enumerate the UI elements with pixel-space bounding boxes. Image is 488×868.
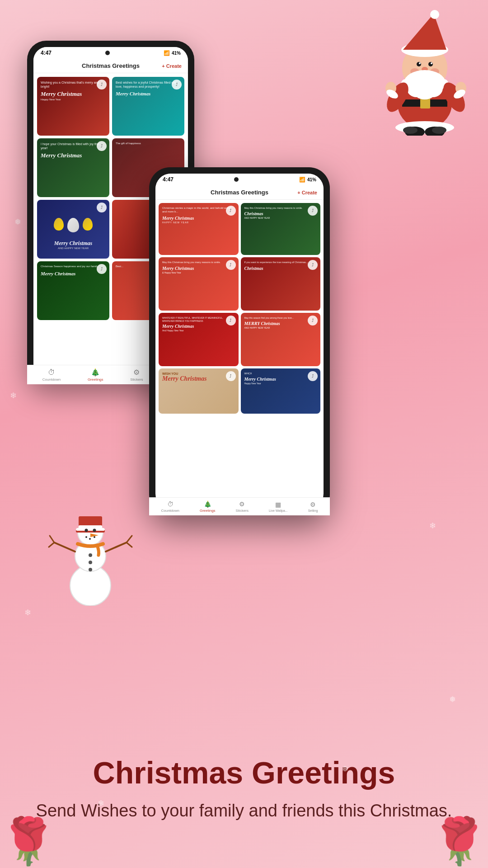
card-front-2[interactable]: May this Christmas bring you many reason… (241, 203, 321, 255)
snowflake-4: ❄ (24, 608, 31, 618)
card-f7-wishyou: WISH YOU (162, 372, 235, 375)
share-btn-f5[interactable]: ⤴ (226, 316, 236, 326)
svg-point-46 (89, 561, 92, 564)
card-f1-title: Merry Christmas (162, 215, 235, 221)
create-btn-front[interactable]: + Create (297, 190, 317, 195)
countdown-icon-front: ⏱ (167, 500, 174, 508)
card-back-2[interactable]: Best wishes for a joyful Christmas fille… (112, 77, 184, 136)
status-icons-back: 📶 41% (164, 50, 181, 56)
card-sub-1: Happy New Year (41, 98, 106, 102)
status-icons-front: 📶 41% (299, 177, 316, 183)
svg-rect-38 (79, 525, 102, 529)
card-front-4[interactable]: If you want to experience the true meani… (241, 257, 321, 311)
svg-line-49 (50, 536, 54, 542)
main-title: Christmas Greetings (27, 756, 461, 790)
card-front-7[interactable]: WISH YOU Merry Christmas ⤴ (159, 368, 239, 414)
card-front-5-text: WHATEVER IT BEAUTIFUL, WHATEVER IT MEANI… (159, 313, 239, 336)
card-f5-title: Merry Christmas (162, 323, 235, 329)
share-btn-f1[interactable]: ⤴ (226, 206, 236, 216)
time-front: 4:47 (163, 176, 174, 183)
svg-line-48 (54, 542, 75, 552)
card-f3-sub: & Happy New Year (162, 271, 235, 274)
santa-character (375, 9, 474, 136)
nav-greetings-label-front: Greetings (200, 509, 216, 509)
svg-point-41 (85, 536, 87, 538)
nav-stickers-back[interactable]: ⚙ Stickers (130, 368, 143, 378)
card-back-5[interactable]: Merry Christmas AND HAPPY NEW YEAR ⤴ (37, 200, 109, 259)
svg-point-40 (93, 529, 96, 532)
nav-greetings-label-back: Greetings (88, 377, 103, 378)
share-btn-5[interactable]: ⤴ (97, 203, 107, 212)
svg-point-20 (414, 72, 425, 77)
nav-countdown-back[interactable]: ⏱ Countdown (42, 368, 61, 378)
card-text-2: Best wishes for a joyful Christmas fille… (116, 80, 181, 89)
card-title-1: Merry Christmas (41, 90, 106, 98)
share-btn-1[interactable]: ⤴ (97, 80, 107, 90)
card-f2-title: Christmas (244, 211, 317, 217)
card-front-1[interactable]: Christmas stories a magic in this world,… (159, 203, 239, 255)
card-title-7: Merry Christmas (41, 270, 106, 277)
battery-front: 41% (307, 177, 316, 182)
nav-greetings-front[interactable]: 🎄 Greetings (200, 500, 216, 509)
create-btn-back[interactable]: + Create (162, 63, 182, 69)
status-bar-back: 4:47 📶 41% (33, 47, 188, 59)
nav-setting-front[interactable]: ⚙ Setting (308, 501, 318, 509)
nav-countdown-front[interactable]: ⏱ Countdown (161, 500, 179, 509)
stickers-icon-back: ⚙ (133, 368, 140, 377)
share-btn-f6[interactable]: ⤴ (308, 316, 318, 326)
card-text-7: Christmas Season happiness and joy our f… (41, 265, 106, 269)
svg-line-52 (127, 536, 132, 542)
card-back-1[interactable]: Wishing you a Christmas that's merry and… (37, 77, 109, 136)
card-back-7[interactable]: Christmas Season happiness and joy our f… (37, 261, 109, 320)
card-f3-title: Merry Christmas (162, 265, 235, 271)
share-btn-f2[interactable]: ⤴ (308, 206, 318, 216)
sub-text: Send Wishes to your family and friends t… (27, 799, 461, 823)
nav-wallpaper-front[interactable]: ▦ Live Wallpa... (269, 501, 288, 509)
svg-point-19 (413, 81, 436, 99)
share-btn-2[interactable]: ⤴ (172, 80, 182, 90)
bottom-text-section: Christmas Greetings Send Wishes to your … (0, 756, 488, 823)
svg-line-51 (106, 542, 127, 552)
nav-greetings-back[interactable]: 🎄 Greetings (88, 368, 103, 378)
greetings-icon-back: 🎄 (91, 368, 100, 377)
card-f8-sub: Happy New Year (244, 382, 317, 385)
snowflake-5: ❅ (449, 694, 456, 704)
card-front-3[interactable]: May this Christmas bring you many reason… (159, 257, 239, 311)
signal-icon-back: 📶 (164, 50, 170, 56)
camera-notch-back (105, 51, 110, 55)
card-f6-text: May this season find you among those you… (244, 316, 317, 320)
wallpaper-icon-front: ▦ (275, 501, 281, 508)
nav-countdown-label-front: Countdown (161, 509, 179, 509)
card-f8-title: Merry Christmas (244, 376, 317, 382)
card-text-1: Wishing you a Christmas that's merry and… (41, 80, 106, 89)
setting-icon-front: ⚙ (310, 501, 316, 508)
snowman-character (45, 502, 136, 601)
card-front-8[interactable]: WHICH Merry Christmas Happy New Year ⤴ (241, 368, 321, 414)
nav-stickers-front[interactable]: ⚙ Stickers (236, 500, 249, 509)
holly-right: 🌹 (432, 815, 488, 868)
card-front-5[interactable]: WHATEVER IT BEAUTIFUL, WHATEVER IT MEANI… (159, 313, 239, 366)
share-btn-f8[interactable]: ⤴ (308, 371, 318, 381)
share-btn-3[interactable]: ⤴ (97, 141, 107, 151)
greetings-icon-front: 🎄 (204, 500, 211, 508)
card-back-3[interactable]: I hope your Christmas is filled with joy… (37, 138, 109, 197)
card-f6-sub: AND HAPPY NEW YEAR (244, 326, 317, 330)
share-btn-f3[interactable]: ⤴ (226, 260, 236, 270)
app-title-front: Christmas Greetings (211, 189, 268, 196)
svg-marker-7 (403, 14, 446, 50)
card-f5-text: WHATEVER IT BEAUTIFUL, WHATEVER IT MEANI… (162, 316, 235, 322)
share-btn-7[interactable]: ⤴ (97, 264, 107, 274)
card-f4-title: Christmas (244, 265, 317, 271)
snowman-svg (45, 502, 136, 606)
svg-point-8 (430, 10, 439, 19)
svg-point-30 (403, 127, 418, 134)
phone-front: 4:47 📶 41% Christmas Greetings + Create … (149, 167, 330, 515)
svg-point-47 (89, 568, 92, 571)
nav-countdown-label-back: Countdown (42, 377, 61, 378)
share-btn-f7[interactable]: ⤴ (226, 371, 236, 381)
card-front-6[interactable]: May this season find you among those you… (241, 313, 321, 366)
holly-left: 🌹 (0, 815, 56, 868)
share-btn-f4[interactable]: ⤴ (308, 260, 318, 270)
card-title-3: Merry Christmas (41, 152, 106, 160)
app-header-front: Christmas Greetings + Create (155, 185, 324, 200)
